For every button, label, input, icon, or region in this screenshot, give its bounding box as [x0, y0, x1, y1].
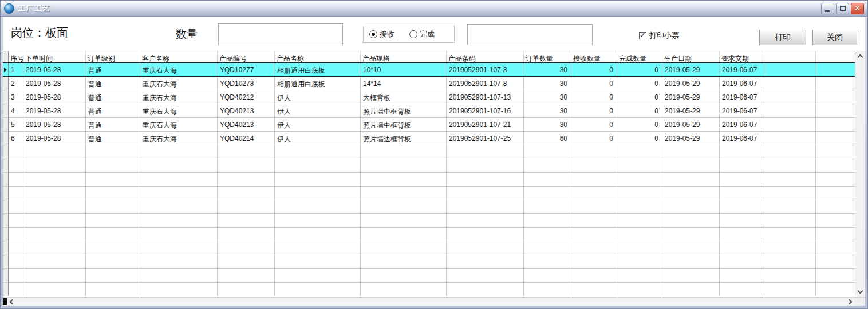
close-button[interactable]: ✕ — [851, 3, 864, 14]
maximize-button[interactable] — [836, 3, 849, 14]
grid-cell[interactable]: 4 — [9, 104, 23, 117]
table-row[interactable]: 32019-05-28普通重庆石大海YQD40212伊人大框背板20190529… — [3, 90, 856, 104]
checkbox-icon[interactable] — [639, 32, 646, 39]
grid-cell[interactable]: YQD40212 — [218, 90, 275, 104]
grid-cell[interactable]: 2019-05-29 — [662, 90, 720, 104]
table-row[interactable]: 12019-05-28普通重庆石大海YQD10277相册通用白底板10*1020… — [3, 63, 856, 77]
empty-grid-row[interactable] — [3, 269, 856, 283]
grid-cell[interactable]: 3 — [9, 90, 23, 104]
title-bar[interactable]: 工厂工艺 ✕ — [1, 1, 867, 17]
empty-grid-row[interactable] — [3, 187, 856, 200]
grid-cell[interactable]: 2019052901-107-16 — [447, 104, 524, 117]
grid-cell[interactable]: 重庆石大海 — [140, 77, 218, 90]
grid-cell[interactable]: 2019-06-07 — [720, 90, 764, 104]
table-row[interactable]: 52019-05-28普通重庆石大海YQD40213伊人照片墙中框背板20190… — [3, 118, 856, 132]
grid-cell[interactable]: 普通 — [86, 104, 140, 117]
grid-cell[interactable]: 2019-05-28 — [23, 104, 86, 117]
grid-cell[interactable]: 0 — [571, 132, 617, 145]
grid-cell[interactable]: 2019-06-07 — [720, 77, 764, 90]
grid-cell[interactable]: 30 — [524, 90, 571, 104]
grid-cell[interactable]: 0 — [571, 118, 617, 131]
grid-cell[interactable]: 2019-05-29 — [662, 118, 720, 131]
grid-cell[interactable]: 0 — [617, 104, 662, 117]
grid-cell[interactable]: 大框背板 — [361, 90, 447, 104]
grid-cell[interactable]: 0 — [617, 77, 662, 90]
empty-grid-row[interactable] — [3, 283, 856, 296]
grid-cell[interactable]: 30 — [524, 77, 571, 90]
grid-cell[interactable]: 2019052901-107-13 — [447, 90, 524, 104]
scroll-down-icon[interactable] — [858, 288, 863, 294]
print-button[interactable]: 打印 — [759, 30, 806, 45]
grid-cell[interactable]: 普通 — [86, 63, 140, 76]
grid-cell[interactable]: 2019-06-07 — [720, 63, 764, 76]
scroll-up-icon[interactable] — [858, 54, 863, 60]
column-header-12[interactable]: 生产日期 — [662, 52, 720, 62]
grid-cell[interactable]: 2019-05-29 — [662, 63, 720, 76]
grid-cell[interactable]: 照片墙中框背板 — [361, 104, 447, 117]
barcode-input[interactable] — [467, 24, 593, 45]
column-header-5[interactable]: 产品编号 — [218, 52, 275, 62]
row-selector[interactable] — [3, 90, 9, 104]
grid-cell[interactable]: 2019-06-07 — [720, 104, 764, 117]
minimize-button[interactable] — [821, 3, 834, 14]
column-header-10[interactable]: 接收数量 — [571, 52, 617, 62]
grid-cell[interactable]: 0 — [571, 63, 617, 76]
column-header-7[interactable]: 产品规格 — [361, 52, 447, 62]
grid-cell[interactable]: 2019-06-07 — [720, 118, 764, 131]
scroll-right-icon[interactable] — [847, 299, 853, 305]
grid-cell[interactable]: 2019-06-07 — [720, 132, 764, 145]
grid-cell[interactable]: 照片墙边框背板 — [361, 132, 447, 145]
grid-cell[interactable]: 普通 — [86, 132, 140, 145]
radio-complete-circle[interactable] — [409, 30, 417, 38]
grid-cell[interactable]: 1 — [9, 63, 23, 76]
radio-receive-circle[interactable] — [369, 30, 377, 38]
empty-grid-row[interactable] — [3, 228, 856, 241]
horizontal-scrollbar[interactable] — [3, 297, 855, 306]
grid-cell[interactable]: 30 — [524, 63, 571, 76]
column-header-13[interactable]: 要求交期 — [720, 52, 764, 62]
grid-cell[interactable]: 普通 — [86, 77, 140, 90]
grid-cell[interactable]: 重庆石大海 — [140, 90, 218, 104]
empty-grid-row[interactable] — [3, 200, 856, 214]
radio-receive[interactable]: 接收 — [369, 29, 394, 39]
grid-cell[interactable]: YQD10277 — [218, 63, 275, 76]
grid-cell[interactable]: 0 — [617, 118, 662, 131]
grid-cell[interactable]: 0 — [571, 90, 617, 104]
grid-cell[interactable]: 2019-05-28 — [23, 90, 86, 104]
grid-cell[interactable]: 60 — [524, 132, 571, 145]
grid-cell[interactable]: YQD40213 — [218, 104, 275, 117]
column-header-2[interactable]: 下单时间 — [23, 52, 86, 62]
grid-cell[interactable]: 重庆石大海 — [140, 118, 218, 131]
radio-complete[interactable]: 完成 — [409, 29, 435, 39]
grid-cell[interactable]: 伊人 — [275, 104, 361, 117]
empty-grid-row[interactable] — [3, 241, 856, 255]
grid-cell[interactable]: YQD10278 — [218, 77, 275, 90]
column-header-6[interactable]: 产品名称 — [275, 52, 361, 62]
grid-cell[interactable]: 重庆石大海 — [140, 63, 218, 76]
grid-cell[interactable]: 伊人 — [275, 132, 361, 145]
table-row[interactable]: 22019-05-28普通重庆石大海YQD10278相册通用白底板14*1420… — [3, 77, 856, 90]
print-ticket-checkbox[interactable]: 打印小票 — [639, 30, 679, 41]
empty-grid-row[interactable] — [3, 159, 856, 173]
column-header-11[interactable]: 完成数量 — [617, 52, 662, 62]
grid-cell[interactable]: 5 — [9, 118, 23, 131]
grid-cell[interactable]: 相册通用白底板 — [275, 77, 361, 90]
grid-cell[interactable]: 10*10 — [361, 63, 447, 76]
grid-cell[interactable]: 2019-05-28 — [23, 77, 86, 90]
grid-cell[interactable]: 2019052901-107-3 — [447, 63, 524, 76]
grid-cell[interactable]: 0 — [617, 63, 662, 76]
empty-grid-row[interactable] — [3, 173, 856, 187]
grid-cell[interactable]: 伊人 — [275, 118, 361, 131]
grid-cell[interactable]: 2019-05-28 — [23, 63, 86, 76]
empty-grid-row[interactable] — [3, 145, 856, 159]
table-row[interactable]: 42019-05-28普通重庆石大海YQD40213伊人照片墙中框背板20190… — [3, 104, 856, 118]
table-row[interactable]: 62019-05-28普通重庆石大海YQD40214伊人照片墙边框背板20190… — [3, 132, 856, 145]
vertical-scrollbar[interactable] — [855, 51, 865, 297]
grid-cell[interactable]: 14*14 — [361, 77, 447, 90]
grid-cell[interactable]: 伊人 — [275, 90, 361, 104]
grid-cell[interactable]: 30 — [524, 104, 571, 117]
grid-cell[interactable]: 0 — [571, 104, 617, 117]
grid-cell[interactable]: YQD40214 — [218, 132, 275, 145]
quantity-input[interactable] — [218, 23, 343, 45]
column-header-1[interactable]: 序号 — [9, 52, 23, 62]
